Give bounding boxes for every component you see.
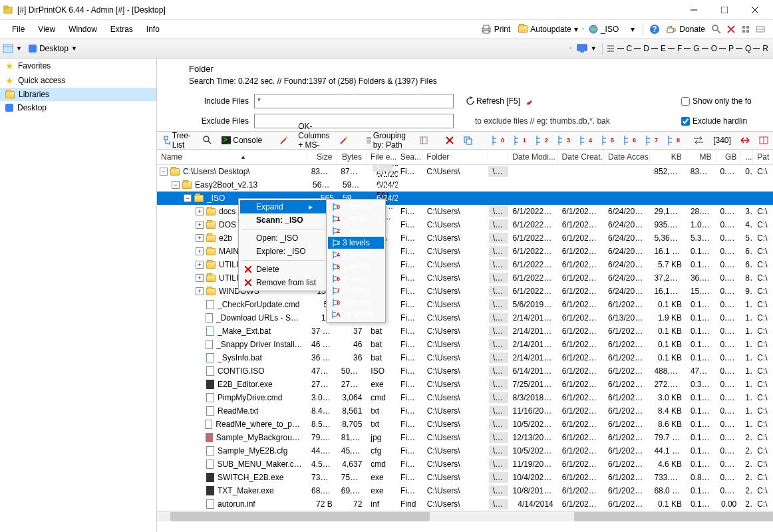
- level-option-4[interactable]: 44 levels: [328, 249, 384, 261]
- drive-D[interactable]: D: [634, 44, 651, 53]
- copy-icon[interactable]: [460, 134, 475, 146]
- expander[interactable]: +: [196, 207, 204, 215]
- drive-O[interactable]: O: [702, 44, 719, 53]
- tool-icon-1[interactable]: [710, 23, 722, 35]
- table-row[interactable]: _Snappy Driver Installer....46 B...46bat…: [157, 338, 773, 351]
- donate-button[interactable]: Donate: [662, 23, 709, 35]
- chevron-down-icon[interactable]: ▼: [16, 45, 22, 52]
- sidebar-item-desktop[interactable]: Desktop: [0, 101, 156, 114]
- table-row[interactable]: E2B_Editor.exe272....278,528exeFind...C:…: [157, 378, 773, 391]
- level-5-button[interactable]: 5: [597, 134, 617, 146]
- sidebar-item-favorites[interactable]: ★Favorites: [0, 59, 156, 73]
- wand-icon[interactable]: [277, 134, 291, 146]
- expander[interactable]: +: [196, 221, 204, 229]
- ctx-open[interactable]: Open: _ISO: [240, 231, 326, 245]
- table-row[interactable]: −C:\Users\ Desktop\832....872,89...Find.…: [157, 165, 773, 178]
- drive-P[interactable]: P: [719, 44, 736, 53]
- table-row[interactable]: ReadMe.txt8.4 KB8,561txtFind...C:\Users\…: [157, 404, 773, 418]
- level-option-2[interactable]: 22 levels: [328, 225, 384, 237]
- wand-icon-2[interactable]: [337, 134, 351, 146]
- col-ext[interactable]: File e...: [367, 150, 396, 164]
- level-0-button[interactable]: 0: [487, 134, 507, 146]
- col-folder[interactable]: Folder: [422, 150, 488, 164]
- level-1-button[interactable]: 1: [509, 134, 529, 146]
- autoupdate-button[interactable]: Autoupdate ▾: [514, 23, 581, 35]
- iso-dropdown[interactable]: _ISO ▾: [585, 23, 639, 35]
- breadcrumb[interactable]: Desktop ▼: [25, 43, 81, 55]
- expander[interactable]: −: [184, 194, 192, 202]
- delete-icon[interactable]: [443, 135, 456, 146]
- col-date-modified[interactable]: Date Modi...: [508, 150, 557, 164]
- show-only-checkbox[interactable]: [681, 97, 690, 106]
- table-row[interactable]: _Make_Ext.bat37 B...37batFind...C:\Users…: [157, 325, 773, 338]
- level-option-5[interactable]: 55 levels: [328, 261, 384, 273]
- level-option-6[interactable]: 66 levels: [328, 273, 384, 285]
- level-8-button[interactable]: 8: [663, 134, 683, 146]
- level-option-3[interactable]: 33 levels: [328, 237, 384, 249]
- table-row[interactable]: _Download URLs - Short...1.8Find...C:\Us…: [157, 311, 773, 325]
- table-row[interactable]: TXT_Maker.exe68.0 ...69,632exeFind...C:\…: [157, 484, 773, 497]
- col-gb[interactable]: GB: [716, 150, 742, 164]
- drive-Q[interactable]: Q: [736, 44, 753, 53]
- col-search[interactable]: Sea...: [396, 150, 423, 164]
- search-button[interactable]: [200, 134, 215, 146]
- sidebar-item-libraries[interactable]: Libraries: [0, 88, 156, 101]
- refresh-label[interactable]: Refresh [F5]: [476, 96, 520, 106]
- drive-R[interactable]: R: [753, 44, 770, 53]
- table-row[interactable]: SUB_MENU_Maker.cmd4.5 KB4,637cmdFind...C…: [157, 458, 773, 471]
- minimize-button[interactable]: [679, 0, 709, 20]
- table-row[interactable]: Sample_MyE2B.cfg44.0 ...45,106cfgFind...…: [157, 444, 773, 458]
- menu-extras[interactable]: Extras: [104, 22, 140, 37]
- expand-submenu[interactable]: 00 levels11 level22 levels33 levels44 le…: [326, 199, 386, 323]
- col-date-created[interactable]: Date Creat...: [558, 150, 604, 164]
- swap-icon[interactable]: [691, 135, 706, 146]
- exclude-input[interactable]: [254, 114, 454, 128]
- drive-C[interactable]: C: [617, 44, 635, 53]
- expander[interactable]: +: [196, 234, 204, 242]
- expander[interactable]: −: [160, 168, 168, 176]
- expander[interactable]: +: [196, 287, 204, 295]
- col-n[interactable]: ...: [741, 150, 753, 164]
- col-bytes[interactable]: Bytes: [337, 150, 367, 164]
- ctx-scann[interactable]: Scann: _ISO: [240, 213, 326, 227]
- menu-file[interactable]: File: [5, 22, 31, 37]
- layout-icon[interactable]: [756, 135, 771, 146]
- expander[interactable]: +: [196, 274, 204, 282]
- level-option-8[interactable]: 88 levels: [328, 297, 384, 309]
- pin-icon[interactable]: [526, 96, 535, 106]
- table-row[interactable]: _SysInfo.bat36 B...36batFind...C:\Users\…: [157, 351, 773, 364]
- col-kb[interactable]: KB: [650, 150, 687, 164]
- level-option-7[interactable]: 77 levels: [328, 285, 384, 297]
- horizontal-scrollbar[interactable]: [157, 511, 773, 521]
- col-name[interactable]: Name▲: [157, 150, 307, 164]
- ctx-remove[interactable]: Remove from list: [240, 276, 326, 289]
- menu-info[interactable]: Info: [140, 22, 166, 37]
- drive-G[interactable]: G: [684, 44, 701, 53]
- drive-E[interactable]: E: [651, 44, 668, 53]
- col-date-accessed[interactable]: Date Acces...: [604, 150, 650, 164]
- col-mb[interactable]: MB: [687, 150, 716, 164]
- level-option-9[interactable]: AAll levels: [328, 309, 384, 321]
- expander[interactable]: +: [196, 247, 204, 255]
- table-row[interactable]: autorun.inf72 B72infFindC:\Users\\De...4…: [157, 497, 773, 511]
- tool-icon-3[interactable]: [740, 23, 752, 35]
- exclude-hardlinks-checkbox[interactable]: [681, 117, 690, 126]
- table-row[interactable]: PimpMyDrive.cmd3.0 KB3,064cmdFind...C:\U…: [157, 391, 773, 404]
- expander[interactable]: +: [196, 261, 204, 269]
- tool-icon-2[interactable]: [725, 23, 737, 35]
- drive-list-icon[interactable]: [605, 44, 617, 53]
- refresh-icon[interactable]: [466, 96, 475, 106]
- level-option-0[interactable]: 00 levels: [328, 201, 384, 213]
- level-7-button[interactable]: 7: [641, 134, 661, 146]
- close-button[interactable]: [740, 0, 770, 20]
- ctx-expand[interactable]: Expand▸ 00 levels11 level22 levels33 lev…: [240, 200, 326, 213]
- maximize-button[interactable]: [709, 0, 740, 20]
- resize-icon[interactable]: [738, 135, 752, 146]
- console-button[interactable]: >_Console: [219, 134, 265, 146]
- level-option-1[interactable]: 11 level: [328, 213, 384, 225]
- table-row[interactable]: −Easy2Boot_v2.13568....595,34...Find...C…: [157, 178, 773, 192]
- grouping-button[interactable]: Grouping by: Path: [363, 130, 412, 151]
- table-row[interactable]: ReadMe_where_to_put_fi...8.5 KB8,705txtF…: [157, 418, 773, 431]
- ctx-explore[interactable]: Explore: _ISO: [240, 245, 326, 258]
- level-3-button[interactable]: 3: [553, 134, 573, 146]
